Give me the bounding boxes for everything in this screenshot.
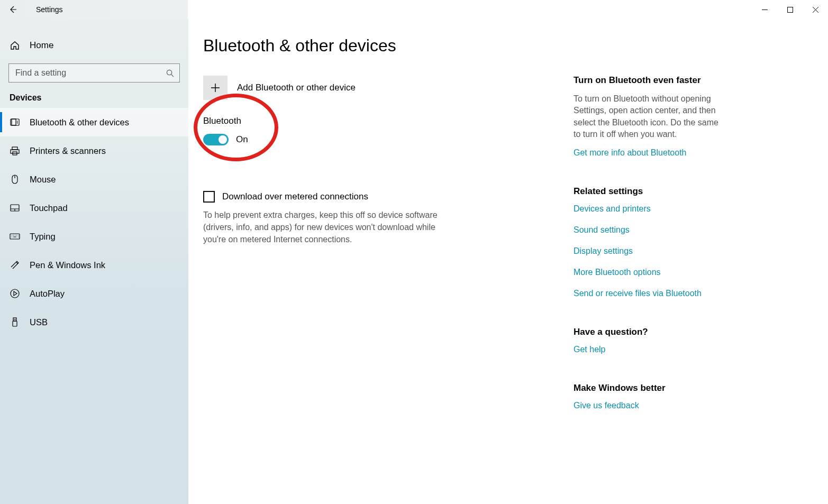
right-section: Make Windows betterGive us feedback (574, 383, 780, 410)
mouse-icon (10, 174, 20, 185)
minimize-button[interactable] (752, 0, 777, 19)
svg-rect-12 (13, 321, 17, 326)
search-input-wrap[interactable] (8, 63, 180, 83)
sidebar-item-autoplay[interactable]: AutoPlay (0, 279, 188, 308)
sidebar-item-usb[interactable]: USB (0, 308, 188, 336)
category-heading: Devices (0, 93, 188, 108)
page-title: Bluetooth & other devices (203, 36, 574, 56)
usb-icon (10, 317, 20, 327)
right-section-desc: To turn on Bluetooth without opening Set… (574, 93, 722, 141)
home-button[interactable]: Home (0, 34, 188, 57)
back-arrow-icon (8, 5, 17, 14)
sidebar-item-keyboard[interactable]: Typing (0, 222, 188, 251)
sidebar-item-label: AutoPlay (30, 289, 65, 299)
right-link[interactable]: Get more info about Bluetooth (574, 148, 780, 158)
metered-checkbox-label: Download over metered connections (222, 191, 368, 202)
svg-rect-11 (13, 318, 16, 321)
svg-rect-9 (10, 234, 20, 239)
printer-icon (10, 145, 20, 156)
home-label: Home (30, 40, 53, 51)
home-icon (10, 40, 20, 51)
bluetooth-icon (10, 117, 20, 127)
bluetooth-state-text: On (236, 134, 248, 145)
touchpad-icon (10, 203, 20, 213)
svg-rect-0 (787, 7, 793, 12)
plus-icon (203, 76, 228, 100)
close-button[interactable] (803, 0, 828, 19)
maximize-icon (787, 7, 793, 13)
nav-list: Bluetooth & other devicesPrinters & scan… (0, 108, 188, 336)
minimize-icon (762, 7, 768, 13)
sidebar-item-label: Typing (30, 232, 56, 242)
sidebar-item-printer[interactable]: Printers & scanners (0, 136, 188, 165)
right-section-heading: Have a question? (574, 327, 780, 337)
sidebar-item-pen[interactable]: Pen & Windows Ink (0, 251, 188, 279)
svg-rect-3 (12, 119, 16, 125)
right-link[interactable]: Sound settings (574, 225, 780, 235)
right-section: Turn on Bluetooth even fasterTo turn on … (574, 75, 780, 158)
sidebar-item-label: USB (30, 317, 48, 327)
keyboard-icon (10, 231, 20, 242)
right-link[interactable]: Display settings (574, 246, 780, 256)
svg-point-1 (167, 70, 171, 75)
add-device-button[interactable]: Add Bluetooth or other device (203, 76, 574, 100)
right-section-heading: Make Windows better (574, 383, 780, 393)
autoplay-icon (10, 288, 20, 299)
close-icon (813, 7, 818, 13)
right-link[interactable]: Send or receive files via Bluetooth (574, 289, 780, 298)
right-info-column: Turn on Bluetooth even fasterTo turn on … (574, 36, 801, 504)
sidebar-item-label: Bluetooth & other devices (30, 117, 129, 127)
main-content: Bluetooth & other devices Add Bluetooth … (188, 19, 828, 504)
search-icon (166, 69, 174, 77)
right-link[interactable]: More Bluetooth options (574, 268, 780, 277)
sidebar-item-mouse[interactable]: Mouse (0, 165, 188, 194)
sidebar: Home Devices Bluetooth & other devicesPr… (0, 19, 188, 504)
right-section: Related settingsDevices and printersSoun… (574, 186, 780, 298)
right-link[interactable]: Devices and printers (574, 204, 780, 214)
right-link[interactable]: Give us feedback (574, 401, 780, 410)
sidebar-item-bluetooth[interactable]: Bluetooth & other devices (0, 108, 188, 136)
pen-icon (10, 260, 20, 270)
right-section-heading: Turn on Bluetooth even faster (574, 75, 780, 86)
metered-description: To help prevent extra charges, keep this… (203, 209, 457, 246)
right-link[interactable]: Get help (574, 345, 780, 354)
sidebar-item-label: Touchpad (30, 203, 68, 213)
sidebar-item-label: Pen & Windows Ink (30, 260, 105, 270)
right-section: Have a question?Get help (574, 327, 780, 354)
metered-connections-checkbox[interactable]: Download over metered connections (203, 191, 457, 203)
sidebar-item-label: Printers & scanners (30, 146, 106, 156)
bluetooth-toggle[interactable] (203, 134, 229, 145)
back-button[interactable] (0, 0, 25, 19)
search-input[interactable] (15, 68, 166, 78)
svg-point-10 (11, 289, 19, 298)
titlebar: Settings (0, 0, 828, 19)
annotation-highlight (194, 94, 278, 161)
window-title: Settings (36, 5, 63, 14)
checkbox-icon (203, 191, 215, 203)
svg-rect-4 (12, 147, 17, 150)
maximize-button[interactable] (777, 0, 803, 19)
right-section-heading: Related settings (574, 186, 780, 197)
sidebar-item-touchpad[interactable]: Touchpad (0, 194, 188, 222)
bluetooth-label: Bluetooth (203, 116, 574, 126)
add-device-label: Add Bluetooth or other device (237, 83, 356, 93)
sidebar-item-label: Mouse (30, 175, 56, 185)
